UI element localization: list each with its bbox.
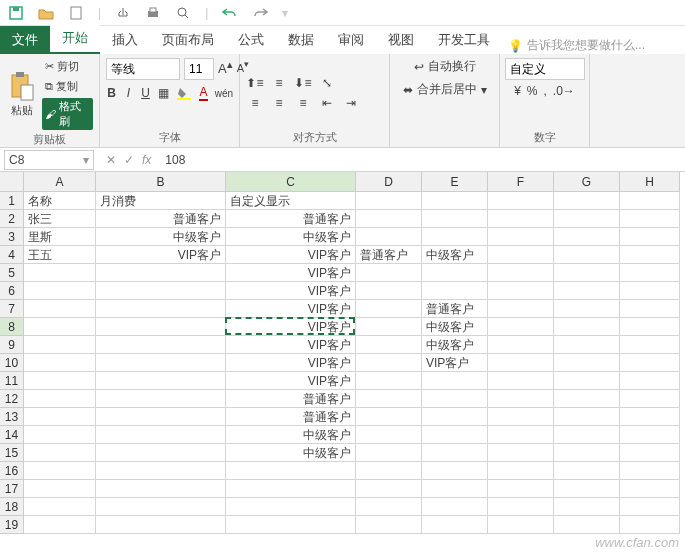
cell-A13[interactable] (24, 408, 96, 426)
name-box[interactable]: C8 ▾ (4, 150, 94, 170)
cell-D10[interactable] (356, 354, 422, 372)
cell-F6[interactable] (488, 282, 554, 300)
cell-A12[interactable] (24, 390, 96, 408)
cell-D2[interactable] (356, 210, 422, 228)
cell-D19[interactable] (356, 516, 422, 534)
cell-G19[interactable] (554, 516, 620, 534)
cell-E2[interactable] (422, 210, 488, 228)
cell-C2[interactable]: 普通客户 (226, 210, 356, 228)
cell-B1[interactable]: 月消费 (96, 192, 226, 210)
cell-C3[interactable]: 中级客户 (226, 228, 356, 246)
tab-data[interactable]: 数据 (276, 26, 326, 54)
cell-H2[interactable] (620, 210, 680, 228)
row-header-9[interactable]: 9 (0, 336, 24, 354)
row-header-19[interactable]: 19 (0, 516, 24, 534)
cell-F2[interactable] (488, 210, 554, 228)
print-icon[interactable] (145, 5, 161, 21)
spreadsheet-grid[interactable]: ABCDEFGH1名称月消费自定义显示2张三普通客户普通客户3里斯中级客户中级客… (0, 172, 685, 534)
new-icon[interactable] (68, 5, 84, 21)
align-left-icon[interactable]: ≡ (246, 95, 264, 111)
cell-C1[interactable]: 自定义显示 (226, 192, 356, 210)
cell-G11[interactable] (554, 372, 620, 390)
cell-B13[interactable] (96, 408, 226, 426)
cell-G15[interactable] (554, 444, 620, 462)
cell-E9[interactable]: 中级客户 (422, 336, 488, 354)
cell-H16[interactable] (620, 462, 680, 480)
cell-E19[interactable] (422, 516, 488, 534)
cell-E14[interactable] (422, 426, 488, 444)
save-icon[interactable] (8, 5, 24, 21)
cell-A14[interactable] (24, 426, 96, 444)
row-header-7[interactable]: 7 (0, 300, 24, 318)
cell-A7[interactable] (24, 300, 96, 318)
cell-G1[interactable] (554, 192, 620, 210)
cell-A10[interactable] (24, 354, 96, 372)
cell-C6[interactable]: VIP客户 (226, 282, 356, 300)
cell-F13[interactable] (488, 408, 554, 426)
undo-icon[interactable] (222, 5, 238, 21)
col-header-B[interactable]: B (96, 172, 226, 192)
cell-A4[interactable]: 王五 (24, 246, 96, 264)
font-name-select[interactable] (106, 58, 180, 80)
cell-G2[interactable] (554, 210, 620, 228)
cell-F10[interactable] (488, 354, 554, 372)
cell-F11[interactable] (488, 372, 554, 390)
cell-B17[interactable] (96, 480, 226, 498)
cell-F18[interactable] (488, 498, 554, 516)
row-header-3[interactable]: 3 (0, 228, 24, 246)
align-center-icon[interactable]: ≡ (270, 95, 288, 111)
cell-C13[interactable]: 普通客户 (226, 408, 356, 426)
cell-H14[interactable] (620, 426, 680, 444)
border-button[interactable]: ▦ (157, 84, 170, 102)
cell-E15[interactable] (422, 444, 488, 462)
orientation-icon[interactable]: ⤡ (318, 75, 336, 91)
paste-button[interactable]: 粘贴 (6, 71, 38, 118)
cell-F17[interactable] (488, 480, 554, 498)
format-painter-button[interactable]: 🖌格式刷 (42, 98, 93, 130)
cell-H11[interactable] (620, 372, 680, 390)
cell-D14[interactable] (356, 426, 422, 444)
cell-B3[interactable]: 中级客户 (96, 228, 226, 246)
cell-E18[interactable] (422, 498, 488, 516)
align-middle-icon[interactable]: ≡ (270, 75, 288, 91)
cell-H18[interactable] (620, 498, 680, 516)
cell-F19[interactable] (488, 516, 554, 534)
cut-button[interactable]: ✂剪切 (42, 58, 93, 75)
cell-D8[interactable] (356, 318, 422, 336)
row-header-11[interactable]: 11 (0, 372, 24, 390)
cell-H1[interactable] (620, 192, 680, 210)
cell-E1[interactable] (422, 192, 488, 210)
cell-F5[interactable] (488, 264, 554, 282)
font-size-select[interactable] (184, 58, 214, 80)
cell-D3[interactable] (356, 228, 422, 246)
cell-C19[interactable] (226, 516, 356, 534)
cell-B18[interactable] (96, 498, 226, 516)
cell-H10[interactable] (620, 354, 680, 372)
merge-button[interactable]: ⬌合并后居中▾ (403, 81, 487, 98)
cell-H3[interactable] (620, 228, 680, 246)
cell-F4[interactable] (488, 246, 554, 264)
italic-button[interactable]: I (123, 84, 134, 102)
cell-F8[interactable] (488, 318, 554, 336)
cell-D11[interactable] (356, 372, 422, 390)
cell-G18[interactable] (554, 498, 620, 516)
copy-button[interactable]: ⧉复制 (42, 78, 93, 95)
row-header-10[interactable]: 10 (0, 354, 24, 372)
cell-H7[interactable] (620, 300, 680, 318)
underline-button[interactable]: U (140, 84, 151, 102)
cell-A3[interactable]: 里斯 (24, 228, 96, 246)
cell-G13[interactable] (554, 408, 620, 426)
cell-E17[interactable] (422, 480, 488, 498)
comma-icon[interactable]: , (544, 84, 547, 98)
col-header-G[interactable]: G (554, 172, 620, 192)
cell-E7[interactable]: 普通客户 (422, 300, 488, 318)
cell-E16[interactable] (422, 462, 488, 480)
redo-icon[interactable] (252, 5, 268, 21)
preview-icon[interactable] (175, 5, 191, 21)
cell-H4[interactable] (620, 246, 680, 264)
cell-D4[interactable]: 普通客户 (356, 246, 422, 264)
row-header-16[interactable]: 16 (0, 462, 24, 480)
cell-G16[interactable] (554, 462, 620, 480)
row-header-15[interactable]: 15 (0, 444, 24, 462)
row-header-2[interactable]: 2 (0, 210, 24, 228)
